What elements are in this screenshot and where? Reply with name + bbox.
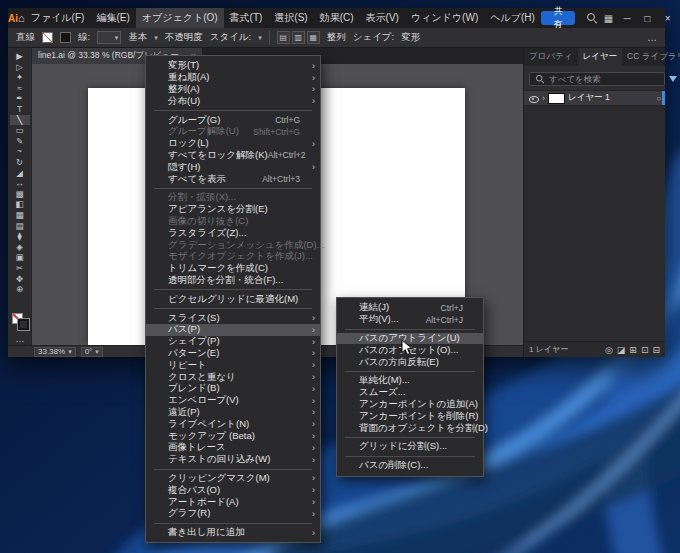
rotation-dropdown[interactable]: 0° ▾ (81, 347, 103, 357)
path-submenu-item[interactable]: 単純化(M)... › (337, 375, 483, 387)
slice-tool[interactable]: ✂ (10, 263, 30, 274)
object-menu-item[interactable]: ライブペイント(N) › (146, 418, 320, 430)
hand-tool[interactable]: ✥ (10, 273, 30, 284)
path-submenu-item[interactable]: アンカーポイントを削除(R) › (337, 410, 483, 422)
object-menu-item[interactable]: 隠す(H) › (146, 161, 320, 173)
direct-selection-tool[interactable]: ▷ (10, 62, 30, 73)
object-menu-item[interactable]: グラデーションメッシュを作成(D)... › (146, 239, 320, 251)
delete-selection-icon[interactable]: ⊟ (652, 345, 660, 355)
blend-tool[interactable]: ◈ (10, 242, 30, 253)
object-menu-item[interactable]: テキストの回り込み(W) › (146, 454, 320, 466)
object-menu-item[interactable]: グループ解除(U) Shift+Ctrl+G › (146, 126, 320, 138)
magic-wand-tool[interactable]: ✦ (10, 72, 30, 83)
object-menu-item[interactable]: 変形(T) › (146, 60, 320, 72)
edit-toolbar-icon[interactable]: … (16, 334, 25, 344)
menu-edit[interactable]: 編集(E) (90, 8, 135, 28)
zoom-level-dropdown[interactable]: 33.38% ▾ (34, 347, 76, 357)
object-menu-item[interactable]: グラフ(R) › (146, 508, 320, 520)
locate-object-icon[interactable]: ◎ (605, 345, 613, 355)
search-icon[interactable] (583, 8, 600, 28)
distribute-icon[interactable]: ▦ (307, 31, 320, 44)
make-clipping-mask-icon[interactable]: ◪ (617, 345, 626, 355)
stroke-color-swatch[interactable] (60, 32, 71, 43)
horizontal-align-icon[interactable]: ▤ (277, 31, 290, 44)
menu-select[interactable]: 選択(S) (268, 8, 313, 28)
visibility-eye-icon[interactable] (528, 94, 539, 103)
object-menu-item[interactable]: ロック(L) › (146, 138, 320, 150)
menu-type[interactable]: 書式(T) (224, 8, 269, 28)
path-submenu-item[interactable]: スムーズ... › (337, 387, 483, 399)
object-menu-item[interactable]: モザイクオブジェクトを作成(J)... › (146, 251, 320, 263)
menu-view[interactable]: 表示(V) (360, 8, 405, 28)
path-submenu-item[interactable]: 連結(J) Ctrl+J › (337, 302, 483, 314)
object-menu-item[interactable]: モックアップ (Beta) › (146, 430, 320, 442)
control-bar-overflow-icon[interactable]: … (647, 32, 657, 43)
brush-definition-dropdown[interactable]: 基本 (128, 31, 147, 44)
menu-file[interactable]: ファイル(F) (25, 8, 91, 28)
stroke-swatch[interactable] (18, 319, 29, 330)
layer-expand-icon[interactable]: › (542, 93, 545, 103)
object-menu-item[interactable]: トリムマークを作成(C) › (146, 263, 320, 275)
tab-properties[interactable]: プロパティ (524, 48, 578, 66)
shaper-tool[interactable]: ~ (10, 146, 30, 157)
path-submenu-item[interactable]: パスの方向反転(E) › (337, 356, 483, 368)
menu-window[interactable]: ウィンドウ(W) (405, 8, 484, 28)
minimize-button[interactable]: ─ (617, 8, 637, 28)
tab-cc-libraries[interactable]: CC ライブラリ (622, 48, 680, 66)
scale-tool[interactable]: ◢ (10, 168, 30, 179)
object-menu-item[interactable]: ブレンド(B) › (146, 383, 320, 395)
layer-name[interactable]: レイヤー 1 (568, 92, 653, 104)
object-menu-item[interactable]: リピート › (146, 359, 320, 371)
gradient-tool[interactable]: ▤ (10, 221, 30, 232)
shape-builder-tool[interactable]: ◧ (10, 199, 30, 210)
object-menu-item[interactable]: クリッピングマスク(M) › (146, 473, 320, 485)
type-tool[interactable]: T (10, 104, 30, 115)
pen-tool[interactable]: ✒ (10, 93, 30, 104)
object-menu-item[interactable]: 分割・拡張(X)... › (146, 192, 320, 204)
object-menu-item[interactable]: すべてをロック解除(K) Alt+Ctrl+2 › (146, 150, 320, 162)
object-menu-item[interactable]: スライス(S) › (146, 312, 320, 324)
free-transform-tool[interactable]: ▩ (10, 189, 30, 200)
zoom-tool[interactable]: ⊕ (10, 284, 30, 295)
path-submenu-item[interactable]: グリッドに分割(S)... › (337, 441, 483, 453)
object-menu-item[interactable]: シェイプ(P) › (146, 336, 320, 348)
vertical-align-icon[interactable]: ▥ (292, 31, 305, 44)
close-button[interactable]: × (657, 8, 677, 28)
object-menu-item[interactable]: 遠近(P) › (146, 407, 320, 419)
menu-object[interactable]: オブジェクト(O) (136, 8, 224, 28)
line-segment-tool[interactable]: ╲ (10, 115, 30, 126)
object-menu-item[interactable]: 画像トレース › (146, 442, 320, 454)
style-label[interactable]: スタイル: (210, 31, 252, 44)
layer-row-1[interactable]: › レイヤー 1 ○ (524, 90, 665, 106)
object-menu-item[interactable]: グループ(G) Ctrl+G › (146, 114, 320, 126)
new-layer-icon[interactable]: ⊡ (641, 345, 649, 355)
lasso-tool[interactable]: ≈ (10, 83, 30, 94)
object-menu-item[interactable]: 整列(A) › (146, 84, 320, 96)
search-box[interactable] (529, 72, 665, 86)
object-menu-item[interactable]: すべてを表示 Alt+Ctrl+3 › (146, 173, 320, 185)
mesh-tool[interactable]: ▦ (10, 210, 30, 221)
object-menu-item[interactable]: ラスタライズ(Z)... › (146, 227, 320, 239)
object-menu-item[interactable]: 分布(U) › (146, 95, 320, 107)
object-menu-item[interactable]: パターン(E) › (146, 348, 320, 360)
filter-funnel-icon[interactable] (669, 76, 677, 82)
eyedropper-tool[interactable]: ⧫ (10, 231, 30, 242)
menu-help[interactable]: ヘルプ(H) (484, 8, 541, 28)
tab-layers[interactable]: レイヤー (578, 48, 623, 66)
object-menu-item[interactable]: アートボード(A) › (146, 496, 320, 508)
fill-none-swatch[interactable] (42, 32, 53, 43)
new-sublayer-icon[interactable]: ⊞ (629, 345, 637, 355)
workspace-switcher-icon[interactable]: ▦ (600, 8, 617, 28)
layer-target-icon[interactable]: ○ (656, 94, 661, 103)
layers-search-input[interactable] (549, 74, 660, 84)
object-menu-item[interactable]: 画像の切り抜き(C) › (146, 216, 320, 228)
object-menu-item[interactable]: パス(P) › (146, 324, 320, 336)
object-menu-item[interactable]: ピクセルグリッドに最適化(M) › (146, 293, 320, 305)
maximize-button[interactable]: □ (637, 8, 657, 28)
path-submenu-item[interactable]: アンカーポイントの追加(A) › (337, 399, 483, 411)
rectangle-tool[interactable]: ▭ (10, 125, 30, 136)
object-menu-item[interactable]: 書き出し用に追加 › (146, 527, 320, 539)
path-submenu-item[interactable]: 背面のオブジェクトを分割(D) › (337, 422, 483, 434)
selection-tool[interactable]: ▶ (10, 51, 30, 62)
artboard-tool[interactable]: ▣ (10, 252, 30, 263)
